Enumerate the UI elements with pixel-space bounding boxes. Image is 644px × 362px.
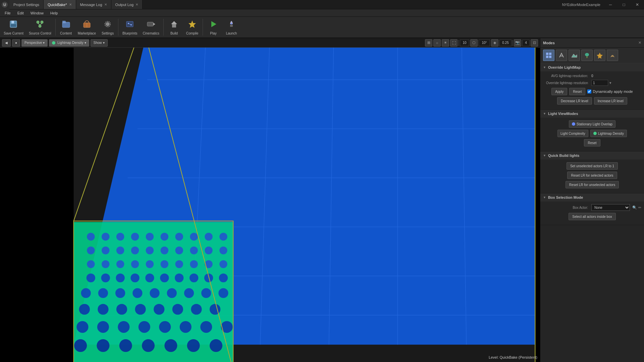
perspective-button[interactable]: Perspective ▾ xyxy=(21,39,48,47)
override-lightmap-content: AVG lightmap resolution: 0 Override ligh… xyxy=(540,71,644,109)
maximize-button[interactable]: □ xyxy=(617,0,631,9)
svg-point-89 xyxy=(132,288,142,298)
build-button[interactable]: Build xyxy=(165,17,183,37)
svg-point-54 xyxy=(205,233,212,240)
lightmap-density-button[interactable]: Lightmap Density xyxy=(590,130,627,137)
landscape-mode-button[interactable] xyxy=(569,50,580,61)
stationary-label: Stationary Light Overlap xyxy=(577,122,612,126)
sun-icon[interactable]: ☀ xyxy=(442,39,449,47)
viewport-dot-button[interactable]: ● xyxy=(12,39,20,47)
source-control-button[interactable]: Source Control xyxy=(26,17,54,37)
circle-icon[interactable]: ○ xyxy=(433,39,441,47)
tab-close[interactable]: ✕ xyxy=(104,3,107,6)
svg-point-66 xyxy=(87,260,95,268)
box-selection-header[interactable]: ▼ Box Selection Mode xyxy=(540,193,644,201)
cinematics-button[interactable]: Cinematics xyxy=(141,17,162,37)
hex-icon[interactable]: ⬡ xyxy=(470,39,478,47)
svg-point-86 xyxy=(81,288,91,298)
svg-point-105 xyxy=(118,321,129,333)
tab-close[interactable]: ✕ xyxy=(136,3,138,6)
mesh-paint-mode-button[interactable] xyxy=(607,50,618,61)
svg-point-108 xyxy=(180,321,192,333)
edit-icon[interactable]: ✏ xyxy=(638,205,641,210)
placement-mode-button[interactable] xyxy=(543,50,554,61)
rotation-input[interactable] xyxy=(479,40,490,46)
svg-marker-26 xyxy=(211,21,216,27)
content-button[interactable]: Content xyxy=(57,17,75,37)
modes-close-icon[interactable]: ✕ xyxy=(638,41,641,45)
maximize-viewport-icon[interactable]: ⊡ xyxy=(531,39,538,47)
select-all-actors-button[interactable]: Select all actors inside box xyxy=(569,213,615,220)
light-complexity-button[interactable]: Light Complexity xyxy=(557,130,588,137)
launch-button[interactable]: Launch xyxy=(223,17,240,37)
diamond-icon[interactable]: ◈ xyxy=(491,39,498,47)
apply-button[interactable]: Apply xyxy=(551,88,567,95)
level-label: Level: QuickBake (Persistent) xyxy=(489,355,537,359)
tab-quickbake[interactable]: QuickBake* ✕ xyxy=(44,0,76,9)
quick-build-header[interactable]: ▼ Quick Build lights xyxy=(540,152,644,160)
grid-icon[interactable]: ⊞ xyxy=(425,39,432,47)
viewport[interactable]: ◀ ● Perspective ▾ Lightmap Density ▾ Sho… xyxy=(0,38,540,362)
scale-input[interactable] xyxy=(499,40,512,46)
increase-lr-button[interactable]: Increase LR level xyxy=(594,97,627,105)
menu-edit[interactable]: Edit xyxy=(14,10,27,16)
svg-point-83 xyxy=(190,274,198,282)
separator xyxy=(55,19,56,36)
paint-mode-button[interactable] xyxy=(556,50,567,61)
blueprints-icon xyxy=(125,19,135,31)
reset-lr-selected-button[interactable]: Reset LR for selected actors xyxy=(567,172,617,179)
light-viewmodes-header[interactable]: ▼ Light ViewModes xyxy=(540,110,644,118)
compile-button[interactable]: Compile xyxy=(183,17,201,37)
chevron-down-icon: ▾ xyxy=(103,41,105,45)
source-control-icon xyxy=(35,19,45,31)
marketplace-button[interactable]: Marketplace xyxy=(75,17,98,37)
svg-rect-23 xyxy=(172,24,176,27)
minimize-button[interactable]: ─ xyxy=(604,0,617,9)
settings-label: Settings xyxy=(102,32,114,35)
camera-speed-input[interactable] xyxy=(522,40,530,46)
reset-button[interactable]: Reset xyxy=(569,88,585,95)
set-unselected-lr-button[interactable]: Set unselected actors LR to 1 xyxy=(567,162,618,170)
complexity-density-row: Light Complexity Lightmap Density xyxy=(543,130,641,137)
reset-lr-unselected-button[interactable]: Reset LR for unselected actors xyxy=(566,181,619,188)
lightmap-density-button[interactable]: Lightmap Density ▾ xyxy=(49,39,89,47)
play-label: Play xyxy=(210,32,216,35)
tab-close[interactable]: ✕ xyxy=(69,3,72,6)
svg-point-58 xyxy=(116,246,124,254)
stationary-light-overlap-button[interactable]: Stationary Light Overlap xyxy=(569,120,615,128)
collapse-icon: ▼ xyxy=(543,112,546,115)
dynamic-apply-checkbox[interactable] xyxy=(587,89,591,94)
override-resolution-input[interactable] xyxy=(591,80,608,86)
blueprints-button[interactable]: Blueprints xyxy=(120,17,140,37)
settings-button[interactable]: Settings xyxy=(99,17,116,37)
menu-window[interactable]: Window xyxy=(27,10,47,16)
override-lightmap-header[interactable]: ▼ Override LightMap xyxy=(540,63,644,71)
camera-icon[interactable]: ⛶ xyxy=(450,39,458,47)
viewmodes-reset-button[interactable]: Reset xyxy=(584,139,600,146)
brush-mode-button[interactable] xyxy=(594,50,605,61)
search-icon[interactable]: 🔍 xyxy=(632,205,637,210)
close-button[interactable]: ✕ xyxy=(631,0,644,9)
play-button[interactable]: Play xyxy=(205,17,222,37)
show-button[interactable]: Show ▾ xyxy=(91,39,108,47)
foliage-mode-button[interactable] xyxy=(581,50,593,61)
save-icon xyxy=(9,19,18,31)
menu-file[interactable]: File xyxy=(1,10,14,16)
camera2-icon[interactable]: 📷 xyxy=(514,39,521,47)
decrease-lr-button[interactable]: Decrease LR level xyxy=(557,97,592,105)
viewport-back-button[interactable]: ◀ xyxy=(2,39,11,47)
svg-point-15 xyxy=(106,22,109,26)
menu-help[interactable]: Help xyxy=(47,10,61,16)
box-actor-select[interactable]: None xyxy=(591,204,630,211)
save-current-button[interactable]: Save Current xyxy=(1,17,26,37)
tab-messagelog[interactable]: Message Log ✕ xyxy=(76,0,111,9)
title-tabs: Project Settings QuickBake* ✕ Message Lo… xyxy=(9,0,562,9)
svg-point-59 xyxy=(131,246,139,254)
tab-outputlog[interactable]: Output Log ✕ xyxy=(111,0,143,9)
grid-size-input[interactable] xyxy=(460,40,469,46)
svg-point-51 xyxy=(161,233,168,240)
svg-point-99 xyxy=(154,304,164,315)
tab-project-settings[interactable]: Project Settings xyxy=(9,0,44,9)
viewport-canvas[interactable]: X Z Y Level: QuickBake (Persistent) xyxy=(0,48,540,362)
svg-point-48 xyxy=(116,233,124,240)
